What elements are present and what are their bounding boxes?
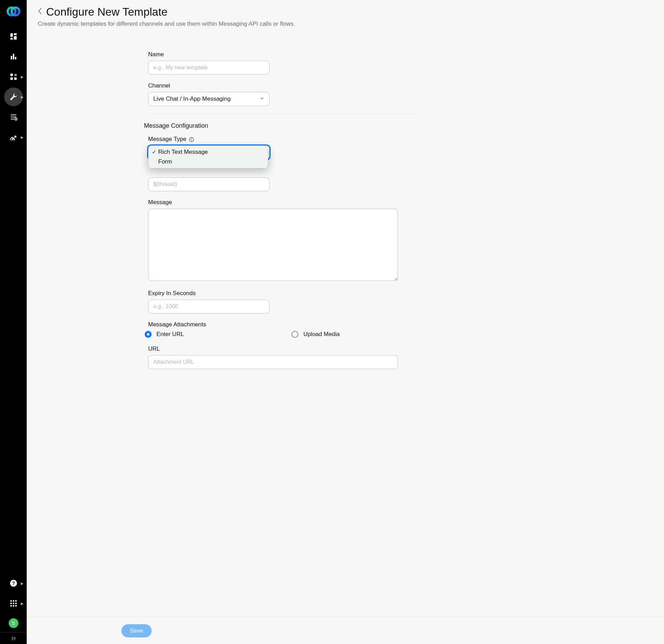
expiry-label: Expiry In Seconds — [148, 290, 405, 297]
svg-rect-24 — [15, 600, 17, 602]
svg-point-16 — [15, 118, 17, 120]
message-type-label: Message Type — [148, 136, 405, 143]
svg-rect-22 — [10, 600, 12, 602]
chevron-right-icon: ▶ — [21, 75, 24, 79]
chevron-right-icon: ▶ — [21, 582, 24, 585]
chevron-right-icon: ▶ — [21, 602, 24, 605]
svg-rect-2 — [10, 33, 13, 37]
sidebar-item-help[interactable]: ? ▶ — [4, 574, 23, 593]
svg-rect-11 — [10, 77, 13, 80]
back-button[interactable] — [38, 7, 44, 17]
svg-rect-18 — [12, 138, 13, 140]
sidebar-item-list[interactable] — [4, 108, 23, 126]
attachment-radio-url[interactable]: Enter URL — [145, 331, 184, 338]
page-subtitle: Create dynamic templates for different c… — [38, 20, 653, 27]
attachments-heading: Message Attachments — [148, 321, 405, 328]
svg-rect-30 — [15, 605, 17, 607]
main-content: Configure New Template Create dynamic te… — [27, 0, 664, 644]
svg-rect-5 — [10, 38, 13, 40]
expiry-input[interactable] — [148, 300, 270, 313]
thread-id-input[interactable] — [148, 177, 270, 191]
svg-text:?: ? — [12, 580, 15, 586]
svg-rect-8 — [15, 57, 16, 59]
channel-label: Channel — [148, 82, 405, 89]
save-button[interactable]: Save — [121, 624, 152, 637]
svg-rect-17 — [10, 139, 11, 140]
check-icon: ✓ — [152, 149, 158, 155]
sidebar-item-trends[interactable]: ▶ — [4, 128, 23, 147]
sidebar-collapse-button[interactable] — [0, 632, 27, 644]
svg-rect-9 — [10, 74, 13, 76]
user-avatar[interactable]: S — [9, 618, 18, 628]
name-input[interactable] — [148, 61, 270, 75]
channel-value: Live Chat / In-App Messaging — [153, 95, 231, 102]
radio-unchecked-icon — [291, 331, 298, 338]
page-title: Configure New Template — [46, 6, 168, 18]
svg-point-33 — [191, 139, 192, 139]
radio-checked-icon — [145, 331, 152, 338]
app-logo — [6, 4, 21, 19]
svg-rect-7 — [13, 54, 14, 59]
page-header: Configure New Template Create dynamic te… — [27, 0, 664, 30]
sidebar-bottom: ? ▶ ▶ S — [0, 574, 27, 644]
section-heading: Message Configuration — [144, 122, 405, 129]
section-divider — [148, 114, 419, 114]
dropdown-option-rich-text[interactable]: ✓ Rich Text Message — [148, 147, 268, 157]
svg-rect-6 — [11, 56, 12, 59]
sidebar-item-tools[interactable]: ▶ — [4, 87, 23, 106]
dropdown-option-form[interactable]: Form — [148, 157, 268, 167]
sidebar-item-apps[interactable]: ▶ — [4, 67, 23, 86]
sidebar-item-dashboard[interactable] — [4, 27, 23, 46]
svg-rect-12 — [15, 74, 16, 76]
message-textarea[interactable] — [148, 209, 398, 281]
svg-rect-19 — [14, 139, 15, 140]
footer-bar: Save — [27, 617, 664, 644]
svg-rect-4 — [14, 36, 17, 40]
url-input[interactable] — [148, 355, 398, 369]
left-sidebar: ▶ ▶ ▶ ? ▶ ▶ S — [0, 0, 27, 644]
message-label: Message — [148, 199, 405, 206]
message-type-dropdown: ✓ Rich Text Message Form — [148, 145, 268, 168]
template-form: Name Channel Live Chat / In-App Messagin… — [148, 51, 405, 369]
svg-rect-25 — [10, 603, 12, 604]
svg-rect-10 — [14, 77, 17, 80]
chevron-right-icon: ▶ — [21, 135, 24, 139]
attachment-radio-upload[interactable]: Upload Media — [291, 331, 340, 338]
name-label: Name — [148, 51, 405, 58]
chevron-down-icon — [259, 95, 264, 102]
chevron-right-icon: ▶ — [21, 95, 24, 99]
url-label: URL — [148, 345, 405, 352]
sidebar-item-grid[interactable]: ▶ — [4, 594, 23, 613]
svg-rect-26 — [13, 603, 14, 604]
svg-rect-29 — [13, 605, 14, 607]
channel-select[interactable]: Live Chat / In-App Messaging — [148, 92, 270, 106]
svg-rect-23 — [13, 600, 14, 602]
svg-rect-3 — [14, 33, 17, 35]
sidebar-item-analytics[interactable] — [4, 47, 23, 66]
info-icon[interactable] — [189, 137, 194, 142]
svg-rect-27 — [15, 603, 17, 604]
svg-rect-28 — [10, 605, 12, 607]
